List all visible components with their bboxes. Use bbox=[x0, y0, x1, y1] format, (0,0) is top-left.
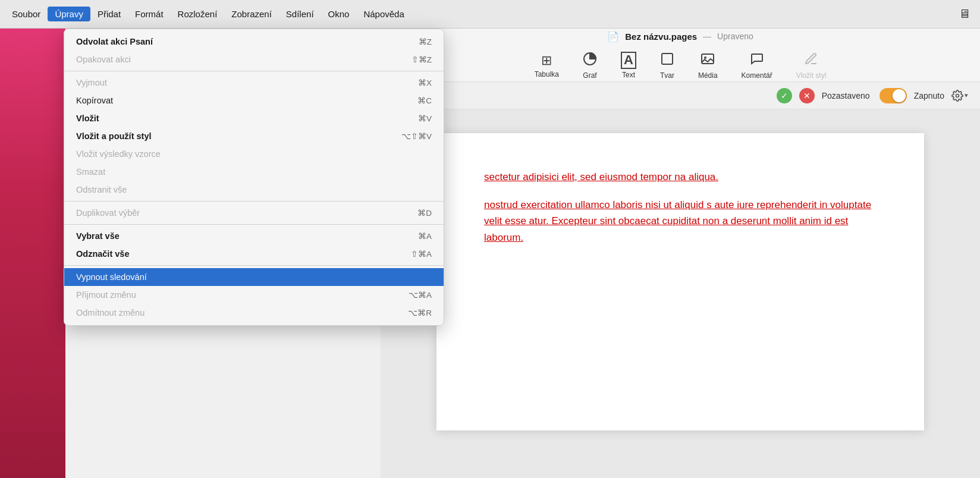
shape-icon bbox=[660, 52, 674, 70]
menu-item-duplicate: Duplikovat výběr ⌘D bbox=[64, 204, 444, 222]
accept-change-button[interactable]: ✓ bbox=[777, 88, 792, 103]
gear-chevron-icon: ▾ bbox=[965, 92, 968, 99]
menu-item-copy[interactable]: Kopírovat ⌘C bbox=[64, 92, 444, 109]
toolbar-btn-vlozit-styl: Vložit styl bbox=[791, 49, 831, 82]
menu-item-delete-all: Odstranit vše bbox=[64, 181, 444, 199]
tracked-text-2: nostrud exercitation ullamco laboris nis… bbox=[484, 199, 871, 243]
insert-style-icon bbox=[804, 52, 818, 70]
menu-item-cut: Vyjmout ⌘X bbox=[64, 74, 444, 92]
menu-zobrazeni[interactable]: Zobrazení bbox=[224, 7, 279, 21]
monitor-icon: 🖥 bbox=[959, 7, 970, 21]
toolbar-btn-graf[interactable]: Graf bbox=[578, 49, 602, 82]
menu-item-reject: Odmítnout změnu ⌥⌘R bbox=[64, 304, 444, 322]
menu-item-paste-formula: Vložit výsledky vzorce bbox=[64, 145, 444, 163]
menu-upravy[interactable]: Úpravy bbox=[48, 7, 90, 21]
menu-item-track-off[interactable]: Vypnout sledování bbox=[64, 268, 444, 286]
toolbar: 📄 Bez názvu.pages — Upraveno ⊞ Tabulka G… bbox=[381, 29, 980, 82]
table-icon: ⊞ bbox=[541, 53, 552, 68]
comment-icon bbox=[750, 52, 764, 70]
window-status: Upraveno bbox=[717, 32, 753, 41]
dropdown-menu: Odvolat akci Psaní ⌘Z Opakovat akci ⇧⌘Z … bbox=[64, 29, 444, 326]
separator-1 bbox=[64, 71, 444, 71]
media-icon bbox=[701, 52, 715, 70]
paused-label: Pozastaveno bbox=[822, 91, 870, 100]
document-area: sectetur adipisici elit, sed eiusmod tem… bbox=[381, 109, 980, 478]
menu-item-deselect[interactable]: Odznačit vše ⇧⌘A bbox=[64, 245, 444, 263]
toolbar-btn-tabulka[interactable]: ⊞ Tabulka bbox=[530, 51, 564, 81]
document-page[interactable]: sectetur adipisici elit, sed eiusmod tem… bbox=[436, 133, 924, 430]
menu-item-delete: Smazat bbox=[64, 163, 444, 181]
tracking-toggle[interactable] bbox=[880, 88, 907, 103]
menu-napoveda[interactable]: Nápověda bbox=[356, 7, 411, 21]
menu-rozlozeni[interactable]: Rozložení bbox=[171, 7, 225, 21]
menu-pridat[interactable]: Přidat bbox=[90, 7, 128, 21]
toolbar-btn-komentar[interactable]: Komentář bbox=[737, 49, 777, 82]
sidebar-background bbox=[0, 0, 65, 478]
menu-item-undo[interactable]: Odvolat akci Psaní ⌘Z bbox=[64, 33, 444, 51]
toolbar-btn-tvar[interactable]: Tvar bbox=[655, 49, 679, 82]
menu-item-paste-style[interactable]: Vložit a použít styl ⌥⇧⌘V bbox=[64, 127, 444, 145]
separator-4 bbox=[64, 265, 444, 266]
menu-format[interactable]: Formát bbox=[128, 7, 171, 21]
tracking-bar: ✓ ✕ Pozastaveno Zapnuto ▾ bbox=[381, 82, 980, 109]
toolbar-title-row: 📄 Bez názvu.pages — Upraveno bbox=[595, 26, 765, 47]
reject-change-button[interactable]: ✕ bbox=[799, 88, 815, 103]
toolbar-btn-text[interactable]: A Text bbox=[616, 49, 641, 81]
separator-2 bbox=[64, 201, 444, 202]
svg-rect-1 bbox=[662, 54, 673, 64]
separator-3 bbox=[64, 224, 444, 225]
svg-point-3 bbox=[704, 56, 706, 59]
window-title: Bez názvu.pages bbox=[625, 32, 697, 42]
svg-point-4 bbox=[956, 94, 959, 97]
text-icon: A bbox=[621, 52, 636, 68]
document-paragraph-1: sectetur adipisici elit, sed eiusmod tem… bbox=[484, 169, 877, 185]
menubar: Soubor Úpravy Přidat Formát Rozložení Zo… bbox=[0, 0, 980, 29]
menu-item-select-all[interactable]: Vybrat vše ⌘A bbox=[64, 227, 444, 245]
menu-sdileni[interactable]: Sdílení bbox=[279, 7, 321, 21]
gear-settings-button[interactable]: ▾ bbox=[951, 90, 968, 102]
menu-item-paste[interactable]: Vložit ⌘V bbox=[64, 109, 444, 127]
tracking-on-label: Zapnuto bbox=[914, 91, 944, 100]
menu-item-redo: Opakovat akci ⇧⌘Z bbox=[64, 51, 444, 68]
menu-okno[interactable]: Okno bbox=[321, 7, 357, 21]
document-icon: 📄 bbox=[607, 31, 619, 42]
menu-soubor[interactable]: Soubor bbox=[5, 7, 48, 21]
toolbar-buttons: ⊞ Tabulka Graf A Text Tvar bbox=[518, 47, 843, 84]
toolbar-btn-media[interactable]: Média bbox=[693, 49, 723, 82]
chart-icon bbox=[583, 52, 597, 70]
menu-item-accept: Přijmout změnu ⌥⌘A bbox=[64, 286, 444, 304]
tracked-text-1: sectetur adipisici elit, sed eiusmod tem… bbox=[484, 171, 718, 183]
document-paragraph-2: nostrud exercitation ullamco laboris nis… bbox=[484, 197, 877, 246]
